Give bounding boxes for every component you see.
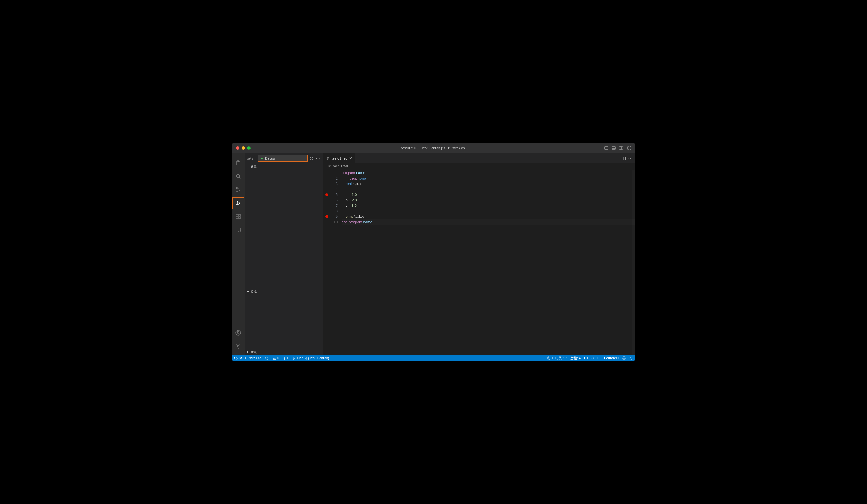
- code-line[interactable]: implicit none: [342, 176, 635, 181]
- extensions-view-icon[interactable]: [232, 210, 245, 223]
- svg-rect-26: [327, 157, 329, 158]
- explorer-view-icon[interactable]: [232, 156, 245, 170]
- code-line[interactable]: print *,a,b,c: [342, 214, 635, 219]
- code-lines[interactable]: program name implicit none real a,b,c a …: [342, 169, 635, 355]
- tab-more-icon[interactable]: ⋯: [628, 156, 633, 161]
- customize-layout-icon[interactable]: [627, 145, 632, 151]
- remote-icon: [234, 356, 238, 360]
- source-control-view-icon[interactable]: [232, 183, 245, 196]
- breadcrumb[interactable]: test01.f90: [323, 163, 635, 169]
- variables-section-header[interactable]: 变量: [245, 163, 323, 169]
- code-line[interactable]: c = 3.0: [342, 203, 635, 208]
- svg-point-40: [293, 359, 294, 359]
- code-line[interactable]: a = 1.0: [342, 192, 635, 197]
- remote-explorer-view-icon[interactable]: [232, 223, 245, 237]
- indentation-indicator[interactable]: 空格: 4: [570, 356, 581, 361]
- fortran-file-icon: [326, 157, 330, 160]
- tab-label: test01.f90: [332, 156, 347, 160]
- svg-line-9: [239, 178, 241, 179]
- debug-more-icon[interactable]: ⋯: [315, 156, 321, 161]
- chevron-down-icon: [302, 157, 305, 160]
- window-title: test01.f90 — Test_Fortran [SSH: i.sctek.…: [402, 146, 465, 150]
- svg-point-42: [623, 358, 624, 358]
- watch-section-label: 监视: [250, 290, 257, 294]
- code-editor[interactable]: 12345678910 program name implicit none r…: [323, 169, 635, 355]
- feedback-icon[interactable]: [622, 356, 626, 360]
- eol-indicator[interactable]: LF: [597, 356, 601, 360]
- line-number[interactable]: 10: [323, 219, 342, 225]
- line-number[interactable]: 5: [323, 192, 342, 197]
- svg-rect-4: [619, 147, 623, 150]
- language-indicator[interactable]: Fortran90: [604, 356, 619, 360]
- remote-indicator[interactable]: SSH: i.sctek.cn: [234, 356, 261, 360]
- svg-point-11: [236, 191, 237, 192]
- cursor-position[interactable]: 行 10，列 17: [547, 356, 567, 361]
- toggle-panel-icon[interactable]: [611, 145, 617, 151]
- close-tab-icon[interactable]: ✕: [349, 156, 352, 160]
- ports-indicator[interactable]: 0: [283, 356, 289, 360]
- accounts-icon[interactable]: [232, 326, 245, 340]
- breakpoint-icon[interactable]: [325, 215, 328, 218]
- start-debug-icon[interactable]: [260, 157, 264, 160]
- debug-config-dropdown[interactable]: Debug: [258, 156, 307, 161]
- problems-indicator[interactable]: 0 0: [265, 356, 279, 360]
- code-line[interactable]: [342, 186, 635, 192]
- svg-point-12: [239, 189, 240, 190]
- gutter[interactable]: 12345678910: [323, 169, 342, 355]
- toggle-secondary-sidebar-icon[interactable]: [618, 145, 624, 151]
- editor-tabs: test01.f90 ✕ ⋯: [323, 153, 635, 163]
- maximize-window-button[interactable]: [247, 147, 250, 150]
- encoding-indicator[interactable]: UTF-8: [584, 356, 593, 360]
- line-number[interactable]: 1: [323, 170, 342, 176]
- line-number[interactable]: 2: [323, 176, 342, 181]
- svg-rect-0: [605, 147, 608, 150]
- breakpoints-section-label: 断点: [250, 350, 257, 354]
- svg-point-38: [274, 359, 275, 359]
- debug-config-name: Debug: [265, 157, 301, 160]
- minimize-window-button[interactable]: [242, 147, 245, 150]
- code-line[interactable]: b = 2.0: [342, 197, 635, 203]
- title-bar: test01.f90 — Test_Fortran [SSH: i.sctek.…: [232, 143, 635, 153]
- breakpoints-section-header[interactable]: 断点: [245, 349, 323, 355]
- svg-rect-16: [238, 217, 240, 219]
- search-view-icon[interactable]: [232, 170, 245, 183]
- radio-tower-icon: [283, 356, 286, 360]
- breakpoint-icon[interactable]: [325, 193, 328, 196]
- editor-tab-test01[interactable]: test01.f90 ✕: [323, 153, 355, 163]
- run-debug-view-icon[interactable]: [232, 196, 245, 210]
- line-number[interactable]: 8: [323, 208, 342, 214]
- svg-rect-17: [238, 214, 240, 216]
- watch-section-header[interactable]: 监视: [245, 289, 323, 295]
- debug-settings-gear-icon[interactable]: [309, 157, 314, 160]
- svg-rect-6: [628, 147, 629, 150]
- svg-rect-2: [612, 147, 616, 150]
- line-number[interactable]: 7: [323, 203, 342, 208]
- svg-point-43: [624, 358, 624, 358]
- line-number[interactable]: 9: [323, 214, 342, 219]
- editor-area: test01.f90 ✕ ⋯ test01.f90 12345678910 pr…: [323, 153, 635, 355]
- line-number[interactable]: 6: [323, 197, 342, 203]
- debug-icon: [292, 356, 296, 360]
- manage-icon[interactable]: [232, 340, 245, 353]
- close-window-button[interactable]: [236, 147, 239, 150]
- errors-count: 0: [269, 356, 271, 360]
- code-line[interactable]: program name: [342, 170, 635, 176]
- debug-target-indicator[interactable]: Debug (Test_Fortran): [292, 356, 329, 360]
- svg-point-13: [236, 204, 237, 205]
- fortran-file-icon: [328, 164, 332, 168]
- notifications-icon[interactable]: [629, 356, 633, 360]
- code-line[interactable]: end program name: [342, 219, 635, 225]
- svg-rect-14: [236, 214, 238, 216]
- svg-point-10: [236, 187, 237, 189]
- minimap[interactable]: [632, 170, 635, 355]
- svg-point-23: [237, 331, 239, 333]
- variables-section-label: 变量: [250, 164, 257, 169]
- traffic-lights: [232, 147, 250, 150]
- code-line[interactable]: [342, 208, 635, 214]
- line-number[interactable]: 4: [323, 186, 342, 192]
- toggle-primary-sidebar-icon[interactable]: [603, 145, 609, 151]
- code-line[interactable]: real a,b,c: [342, 181, 635, 186]
- split-editor-icon[interactable]: [621, 156, 626, 161]
- svg-point-8: [236, 174, 240, 178]
- line-number[interactable]: 3: [323, 181, 342, 186]
